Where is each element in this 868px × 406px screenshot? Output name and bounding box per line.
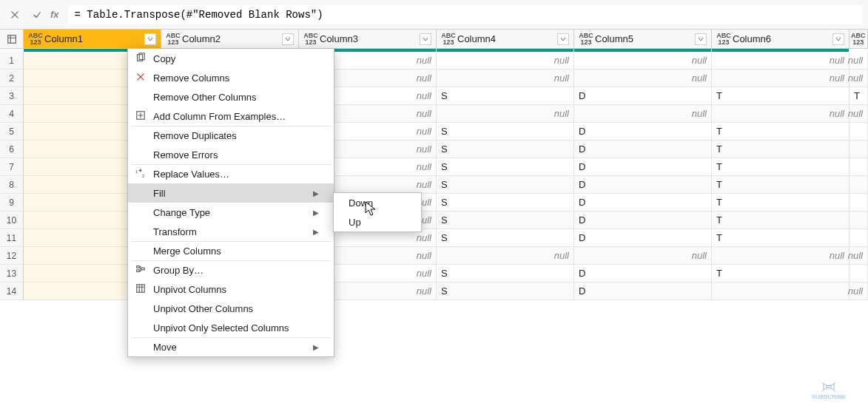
row-number[interactable]: 9 [0, 194, 24, 212]
column-header-7[interactable]: ABC123 [850, 30, 868, 48]
cell[interactable]: S [437, 87, 574, 105]
menu-item-merge-columns[interactable]: Merge Columns [128, 241, 334, 260]
cell[interactable]: null [574, 105, 712, 123]
cell[interactable]: null [712, 247, 850, 265]
cell[interactable]: T [712, 212, 850, 229]
row-number[interactable]: 8 [0, 176, 24, 194]
cell[interactable]: S [437, 194, 574, 212]
cell[interactable]: S [437, 265, 574, 282]
row-number[interactable]: 6 [0, 141, 24, 158]
cell[interactable] [850, 158, 868, 176]
menu-item-transform[interactable]: Transform▶ [128, 222, 334, 241]
cell[interactable] [850, 123, 868, 141]
cell[interactable] [850, 229, 868, 247]
row-number[interactable]: 7 [0, 158, 24, 176]
row-number[interactable]: 12 [0, 247, 24, 265]
formula-input[interactable] [68, 5, 862, 24]
row-number[interactable]: 2 [0, 70, 24, 87]
menu-item-unpivot-only-selected-columns[interactable]: Unpivot Only Selected Columns [128, 318, 334, 337]
cell[interactable]: T [712, 194, 850, 212]
column-filter-button[interactable] [695, 33, 707, 45]
fill-submenu[interactable]: DownUp [333, 192, 422, 232]
cell[interactable]: D [574, 229, 712, 247]
menu-item-remove-errors[interactable]: Remove Errors [128, 145, 334, 164]
column-header-3[interactable]: ABC123Column3 [299, 30, 437, 48]
submenu-item-up[interactable]: Up [334, 212, 421, 231]
cell[interactable]: D [574, 194, 712, 212]
row-number[interactable]: 10 [0, 212, 24, 229]
cell[interactable]: T [712, 158, 850, 176]
row-number[interactable]: 13 [0, 265, 24, 282]
menu-item-group-by[interactable]: Group By… [128, 260, 334, 280]
row-number[interactable]: 4 [0, 105, 24, 123]
column-header-1[interactable]: ABC123Column1 [24, 30, 161, 48]
submenu-item-down[interactable]: Down [334, 193, 421, 212]
column-filter-button[interactable] [832, 33, 844, 45]
cell[interactable]: S [437, 158, 574, 176]
cell[interactable]: null [712, 70, 850, 87]
row-number[interactable]: 3 [0, 87, 24, 105]
cell[interactable]: D [574, 176, 712, 194]
menu-item-remove-duplicates[interactable]: Remove Duplicates [128, 126, 334, 145]
cell[interactable]: null [574, 247, 712, 265]
cell[interactable]: null [850, 52, 868, 70]
menu-item-remove-columns[interactable]: Remove Columns [128, 68, 334, 87]
menu-item-fill[interactable]: Fill▶ [128, 183, 334, 203]
column-header-4[interactable]: ABC123Column4 [437, 30, 574, 48]
cell[interactable]: null [712, 52, 850, 70]
cell[interactable] [850, 141, 868, 158]
cell[interactable]: T [712, 87, 850, 105]
table-corner-button[interactable] [0, 30, 24, 48]
row-number[interactable]: 14 [0, 282, 24, 300]
cell[interactable]: T [712, 141, 850, 158]
column-context-menu[interactable]: CopyRemove ColumnsRemove Other ColumnsAd… [127, 48, 334, 357]
column-filter-button[interactable] [144, 33, 156, 45]
cell[interactable]: D [574, 158, 712, 176]
cell[interactable]: S [437, 176, 574, 194]
row-number[interactable]: 5 [0, 123, 24, 141]
cell[interactable]: null [850, 105, 868, 123]
row-number[interactable]: 1 [0, 52, 24, 70]
cell[interactable]: D [574, 265, 712, 282]
cell[interactable]: null [437, 52, 574, 70]
cell[interactable]: null [574, 70, 712, 87]
cell[interactable]: D [574, 123, 712, 141]
column-header-6[interactable]: ABC123Column6 [712, 30, 850, 48]
cell[interactable] [850, 212, 868, 229]
cell[interactable]: null [437, 247, 574, 265]
cell[interactable]: S [437, 212, 574, 229]
column-header-2[interactable]: ABC123Column2 [161, 30, 299, 48]
menu-item-replace-values[interactable]: 12Replace Values… [128, 164, 334, 183]
cell[interactable]: null [712, 105, 850, 123]
formula-commit-button[interactable] [28, 6, 46, 24]
cell[interactable]: null [437, 105, 574, 123]
cell[interactable]: D [574, 282, 712, 300]
cell[interactable]: T [712, 123, 850, 141]
cell[interactable]: T [712, 265, 850, 282]
row-number[interactable]: 11 [0, 229, 24, 247]
cell[interactable]: D [574, 212, 712, 229]
column-filter-button[interactable] [557, 33, 569, 45]
cell[interactable] [712, 282, 850, 300]
menu-item-unpivot-columns[interactable]: Unpivot Columns [128, 280, 334, 299]
menu-item-remove-other-columns[interactable]: Remove Other Columns [128, 87, 334, 106]
cell[interactable]: T [712, 229, 850, 247]
cell[interactable]: T [712, 176, 850, 194]
menu-item-add-column-from-examples[interactable]: Add Column From Examples… [128, 106, 334, 126]
cell[interactable]: D [574, 141, 712, 158]
cell[interactable]: null [850, 282, 868, 300]
cell[interactable]: null [850, 70, 868, 87]
cell[interactable]: null [574, 52, 712, 70]
column-header-5[interactable]: ABC123Column5 [574, 30, 712, 48]
formula-cancel-button[interactable] [6, 6, 24, 24]
cell[interactable]: S [437, 141, 574, 158]
column-filter-button[interactable] [282, 33, 294, 45]
cell[interactable]: S [437, 282, 574, 300]
cell[interactable]: null [437, 70, 574, 87]
cell[interactable]: S [437, 229, 574, 247]
cell[interactable]: T [850, 87, 868, 105]
cell[interactable] [850, 194, 868, 212]
cell[interactable] [850, 176, 868, 194]
cell[interactable]: D [574, 87, 712, 105]
cell[interactable]: null [850, 247, 868, 265]
